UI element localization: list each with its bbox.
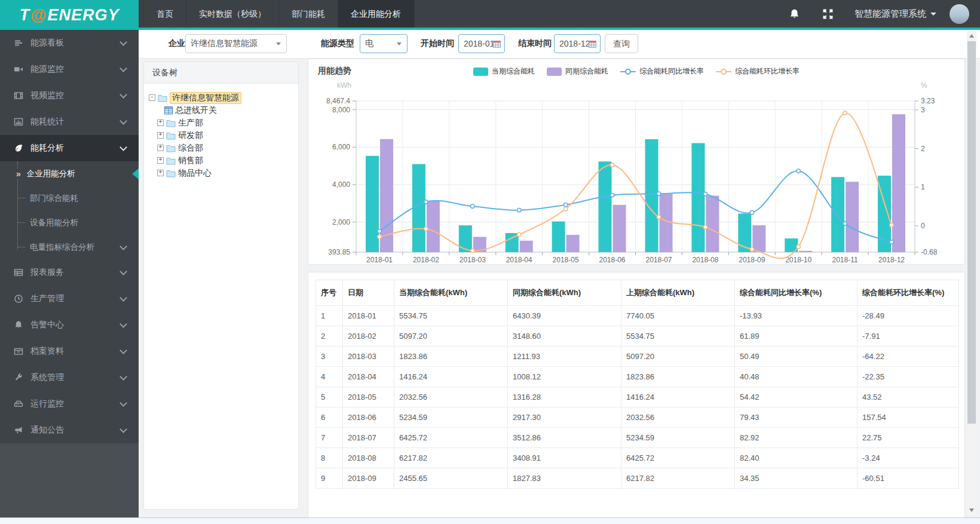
notifications-bell-icon[interactable] (788, 7, 801, 20)
start-time-value: 2018-01 (464, 39, 494, 48)
tree-node-物品中心[interactable]: +物品中心 (149, 167, 293, 179)
user-avatar[interactable] (950, 4, 969, 24)
sidebar-item-6[interactable]: 报表服务 (0, 259, 139, 286)
svg-text:2018-03: 2018-03 (460, 256, 486, 264)
nav-tab-2[interactable]: 实时数据（秒级） (186, 0, 279, 27)
enterprise-select[interactable]: 许继信息智慧能源 (185, 34, 287, 53)
legend-item-综合能耗同比增长率[interactable]: 综合能耗同比增长率 (620, 66, 704, 76)
horizontal-scrollbar-track[interactable] (0, 517, 980, 524)
table-cell: 1316.28 (508, 387, 621, 407)
nav-tab-3[interactable]: 部门能耗 (279, 0, 338, 27)
calendar-icon[interactable] (589, 40, 596, 48)
table-cell: 5234.59 (621, 428, 735, 448)
tree-node-总进线开关[interactable]: 总进线开关 (149, 104, 293, 117)
column-header: 当期综合能耗(kWh) (394, 280, 508, 306)
point-综合能耗环比增长率-2018-01 (378, 235, 381, 238)
sidebar-subitem-企业用能分析[interactable]: »企业用能分析 (0, 161, 139, 186)
tree-node-生产部[interactable]: +生产部 (149, 117, 293, 129)
svg-text:2018-08: 2018-08 (692, 256, 718, 264)
bar-当期综合能耗-2018-11 (831, 177, 844, 252)
table-cell: 157.54 (858, 407, 959, 428)
sidebar-item-7[interactable]: 生产管理 (0, 286, 139, 312)
legend-line-swatch (620, 69, 636, 75)
vertical-scrollbar[interactable] (967, 31, 976, 515)
tree-node-综合部[interactable]: +综合部 (149, 142, 293, 154)
sidebar-item-11[interactable]: 运行监控 (0, 391, 139, 417)
sidebar-item-4[interactable]: 能耗统计 (0, 109, 139, 135)
table-cell: 1416.24 (621, 387, 735, 407)
energy-trend-chart: 393.852,0004,0006,0008,0008,467.4-0.6801… (308, 59, 964, 264)
sidebar-item-9[interactable]: 档案资料 (0, 338, 139, 364)
system-title-label: 智慧能源管理系统 (855, 8, 926, 20)
folder-icon (158, 94, 167, 102)
app-logo: T@ENERGY (0, 0, 139, 30)
svg-text:8,000: 8,000 (332, 106, 350, 114)
scrollbar-up-arrow-icon[interactable] (967, 31, 976, 41)
expand-icon[interactable]: + (157, 157, 164, 164)
sidebar-item-label: 能源看板 (30, 38, 64, 48)
table-cell: 2018-01 (343, 306, 394, 326)
vertical-scrollbar-thumb[interactable] (967, 41, 976, 424)
tree-node-root[interactable]: -许继信息智慧能源 (149, 91, 293, 104)
data-table-panel: 序号日期当期综合能耗(kWh)同期综合能耗(kWh)上期综合能耗(kWh)综合能… (308, 272, 965, 524)
sidebar-item-1[interactable]: 能源看板 (0, 30, 139, 56)
calendar-icon[interactable] (493, 40, 501, 48)
table-cell: 79.43 (735, 407, 858, 428)
end-time-input[interactable]: 2018-12 (554, 34, 601, 53)
sidebar-item-label: 告警中心 (30, 320, 64, 330)
nav-tab-4[interactable]: 企业用能分析 (338, 0, 414, 27)
table-cell: 3 (316, 347, 343, 367)
table-cell: 82.40 (735, 448, 858, 468)
scrollbar-down-arrow-icon[interactable] (967, 505, 976, 515)
table-cell: 43.52 (858, 387, 959, 407)
table-row: 72018-076425.723512.865234.5982.9222.75 (316, 428, 959, 448)
sidebar-item-3[interactable]: 视频监控 (0, 82, 139, 109)
system-title-menu[interactable]: 智慧能源管理系统 (855, 8, 936, 20)
bar-当期综合能耗-2018-05 (552, 222, 565, 252)
legend-item-同期综合能耗[interactable]: 同期综合能耗 (547, 66, 608, 76)
sidebar-item-8[interactable]: 告警中心 (0, 312, 139, 338)
sidebar-item-12[interactable]: 通知公告 (0, 417, 139, 443)
hdd-icon (14, 399, 24, 409)
expand-icon[interactable]: + (157, 170, 164, 176)
energy-data-table: 序号日期当期综合能耗(kWh)同期综合能耗(kWh)上期综合能耗(kWh)综合能… (316, 280, 959, 489)
tree-node-label: 总进线开关 (175, 105, 217, 116)
sidebar-subitem-部门综合能耗[interactable]: 部门综合能耗 (0, 186, 139, 210)
sidebar-item-2[interactable]: 能源监控 (0, 56, 139, 82)
legend-item-综合能耗环比增长率[interactable]: 综合能耗环比增长率 (716, 66, 800, 76)
chevron-down-icon (120, 243, 127, 250)
table-cell: 1416.24 (394, 367, 508, 387)
folder-icon (166, 144, 176, 152)
fullscreen-expand-icon[interactable] (821, 7, 834, 20)
column-header: 上期综合能耗(kWh) (621, 280, 735, 306)
sidebar-subitem-电量指标综合分析[interactable]: 电量指标综合分析 (0, 235, 139, 259)
sidebar-subitem-设备用能分析[interactable]: 设备用能分析 (0, 210, 139, 235)
expand-icon[interactable]: + (157, 145, 164, 151)
tree-node-研发部[interactable]: +研发部 (149, 129, 293, 142)
wrench-icon (14, 373, 24, 383)
collapse-icon[interactable]: - (149, 94, 155, 101)
table-cell: 2018-09 (343, 468, 394, 489)
bar-同期综合能耗-2018-09 (752, 225, 765, 252)
start-time-input[interactable]: 2018-01 (458, 34, 505, 53)
table-cell: -22.35 (858, 367, 959, 387)
tree-node-label: 生产部 (178, 118, 203, 128)
legend-label: 综合能耗同比增长率 (639, 66, 704, 76)
expand-icon[interactable]: + (157, 132, 164, 139)
column-header: 综合能耗同比增长率(%) (735, 280, 858, 306)
legend-item-当期综合能耗[interactable]: 当期综合能耗 (473, 66, 535, 76)
table-cell: -3.24 (858, 448, 959, 468)
query-button[interactable]: 查询 (605, 34, 638, 53)
chart-title: 用能趋势 (318, 66, 351, 76)
tree-node-销售部[interactable]: +销售部 (149, 154, 293, 167)
table-cell: 9 (316, 468, 343, 489)
bar-同期综合能耗-2018-07 (660, 194, 673, 252)
sidebar-item-5[interactable]: 能耗分析 (0, 135, 139, 161)
sidebar-item-label: 通知公告 (30, 425, 64, 436)
energy-type-select[interactable]: 电 (360, 34, 408, 53)
sidebar-item-10[interactable]: 系统管理 (0, 364, 139, 391)
leaf-icon (14, 143, 24, 154)
expand-icon[interactable]: + (157, 119, 164, 126)
table-row: 42018-041416.241008.121823.8640.48-22.35 (316, 367, 959, 387)
nav-tab-1[interactable]: 首页 (143, 0, 186, 27)
